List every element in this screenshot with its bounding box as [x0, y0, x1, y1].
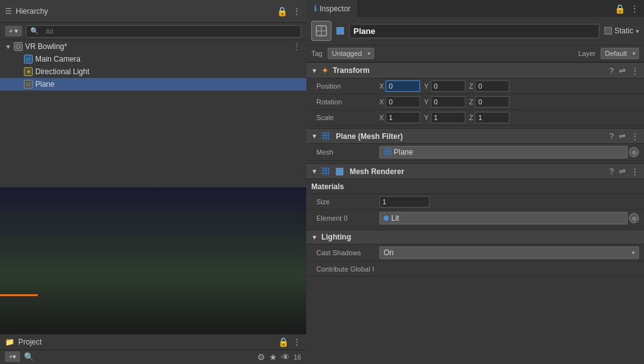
materials-size-row: Size: [306, 194, 644, 210]
rotation-x-input[interactable]: [386, 96, 420, 108]
hierarchy-item-directional-light[interactable]: ☀ Directional Light: [0, 65, 306, 78]
hierarchy-title: Hierarchy: [16, 7, 273, 16]
element0-dropdown[interactable]: Lit: [379, 212, 628, 224]
object-enabled-checkbox[interactable]: [336, 27, 344, 35]
rotation-row: Rotation X Y Z: [306, 94, 644, 110]
mesh-renderer-expand-icon: ▼: [311, 168, 318, 175]
transform-help-icon[interactable]: ?: [609, 66, 614, 75]
inspector-lock-icon[interactable]: 🔒: [614, 4, 625, 13]
rot-x-label: X: [379, 98, 384, 106]
mesh-renderer-enabled-checkbox[interactable]: [336, 168, 343, 175]
mesh-filter-section-header[interactable]: ▼ Plane (Mesh Filter) ? ⇌ ⋮: [306, 128, 644, 144]
transform-more-icon[interactable]: ⋮: [631, 66, 639, 75]
mesh-circle-button[interactable]: ◎: [629, 147, 639, 157]
scale-x-label: X: [379, 114, 384, 121]
rot-z-label: Z: [469, 98, 474, 106]
position-y-input[interactable]: [431, 80, 465, 92]
add-hierarchy-button[interactable]: + ▾: [5, 26, 22, 36]
hierarchy-item-plane[interactable]: □ Plane: [0, 78, 306, 91]
mesh-filter-help-icon[interactable]: ?: [609, 131, 614, 141]
mesh-filter-slider-icon[interactable]: ⇌: [619, 131, 626, 141]
lighting-section-header[interactable]: ▼ Lighting: [306, 229, 644, 245]
scale-x-input[interactable]: [386, 112, 420, 123]
search-icon: 🔍: [30, 27, 39, 35]
mesh-dropdown[interactable]: Plane: [379, 146, 628, 158]
contribute-gi-label: Contribute Global I: [316, 265, 398, 273]
hierarchy-more-icon[interactable]: ⋮: [292, 7, 301, 16]
mesh-filter-title: Plane (Mesh Filter): [336, 132, 606, 141]
project-more-icon[interactable]: ⋮: [292, 338, 301, 346]
transform-icon: ✦: [321, 65, 329, 75]
position-z-input[interactable]: [475, 80, 509, 92]
tab-spacer: [358, 0, 609, 17]
hierarchy-panel-header: ☰ Hierarchy 🔒 ⋮: [0, 0, 306, 23]
size-input[interactable]: [379, 196, 430, 207]
scale-y-label: Y: [424, 114, 428, 121]
mesh-renderer-icon: [321, 167, 330, 175]
static-checkbox[interactable]: [604, 27, 612, 35]
hierarchy-toolbar: + ▾ 🔍: [0, 23, 306, 40]
inspector-body: Static ▾ Tag Untagged Layer Default: [306, 17, 644, 364]
mesh-filter-icon: [321, 132, 330, 140]
orange-line-decoration: [0, 294, 38, 296]
directional-light-label: Directional Light: [35, 67, 89, 76]
rotation-z-input[interactable]: [475, 96, 509, 108]
hierarchy-lock-icon[interactable]: 🔒: [277, 7, 287, 16]
mesh-renderer-section-header[interactable]: ▼ Mesh Renderer ? ⇌ ⋮: [306, 163, 644, 179]
project-panel-header: 📁 Project 🔒 ⋮: [0, 334, 306, 350]
scale-values: X Y Z: [379, 112, 639, 123]
mesh-row: Mesh Plane ◎: [306, 144, 644, 161]
hierarchy-item-main-camera[interactable]: □ Main Camera: [0, 53, 306, 65]
rotation-values: X Y Z: [379, 96, 639, 108]
rotation-y-input[interactable]: [431, 96, 465, 108]
mesh-renderer-help-icon[interactable]: ?: [609, 167, 614, 176]
object-name-input[interactable]: [349, 24, 599, 38]
tag-label: Tag: [311, 50, 323, 57]
gameobject-icon: [311, 21, 331, 41]
main-camera-label: Main Camera: [35, 55, 80, 63]
inspector-panel: ℹ Inspector 🔒 ⋮: [306, 0, 644, 364]
lighting-expand-icon: ▼: [311, 234, 318, 241]
hierarchy-item-vr-bowling[interactable]: ▼ ⬡ VR Bowling* ⋮: [0, 40, 306, 53]
project-star-icon[interactable]: ★: [269, 353, 277, 361]
cast-shadows-dropdown[interactable]: On: [379, 246, 639, 259]
scale-z-input[interactable]: [475, 112, 509, 123]
add-project-button[interactable]: +▾: [5, 351, 20, 362]
project-search-icon[interactable]: 🔍: [24, 353, 34, 361]
transform-slider-icon[interactable]: ⇌: [619, 66, 626, 75]
inspector-tab[interactable]: ℹ Inspector: [306, 0, 358, 17]
project-lock-icon[interactable]: 🔒: [278, 338, 289, 346]
mesh-renderer-title: Mesh Renderer: [350, 167, 606, 176]
inspector-tab-icon: ℹ: [314, 4, 317, 13]
pos-x-label: X: [379, 82, 384, 90]
materials-title-row: Materials: [306, 179, 644, 194]
inspector-more-icon[interactable]: ⋮: [630, 4, 639, 13]
project-settings-icon[interactable]: ⚙: [257, 353, 265, 361]
lighting-title: Lighting: [321, 233, 639, 241]
element0-circle-button[interactable]: ◎: [629, 213, 639, 223]
hierarchy-list: ▼ ⬡ VR Bowling* ⋮ □ Main Camera ☀ Direct…: [0, 40, 306, 187]
scale-z-label: Z: [469, 114, 474, 121]
tag-select[interactable]: Untagged: [328, 48, 374, 59]
mesh-renderer-more-icon[interactable]: ⋮: [631, 167, 639, 176]
position-values: X Y Z: [379, 80, 639, 92]
scale-y-input[interactable]: [431, 112, 465, 123]
position-x-input[interactable]: [386, 80, 420, 92]
main-camera-icon: □: [24, 55, 33, 63]
hierarchy-search-input[interactable]: [42, 26, 297, 36]
mesh-renderer-slider-icon[interactable]: ⇌: [619, 167, 626, 176]
mesh-filter-more-icon[interactable]: ⋮: [631, 131, 639, 141]
tag-layer-row: Tag Untagged Layer Default: [306, 45, 644, 62]
vr-bowling-more-icon[interactable]: ⋮: [292, 41, 301, 52]
inspector-tab-label: Inspector: [319, 4, 350, 13]
static-dropdown-icon[interactable]: ▾: [636, 28, 639, 35]
plane-icon: □: [24, 80, 33, 89]
transform-section-header[interactable]: ▼ ✦ Transform ? ⇌ ⋮: [306, 62, 644, 79]
rotation-label: Rotation: [316, 98, 379, 106]
layer-select[interactable]: Default: [601, 48, 639, 59]
hierarchy-panel-icon: ☰: [5, 7, 12, 16]
element0-value-wrapper: Lit ◎: [379, 212, 639, 224]
project-eye-icon[interactable]: 👁: [281, 353, 290, 361]
vr-bowling-label: VR Bowling*: [25, 42, 67, 51]
mesh-dropdown-icon: [384, 148, 391, 156]
